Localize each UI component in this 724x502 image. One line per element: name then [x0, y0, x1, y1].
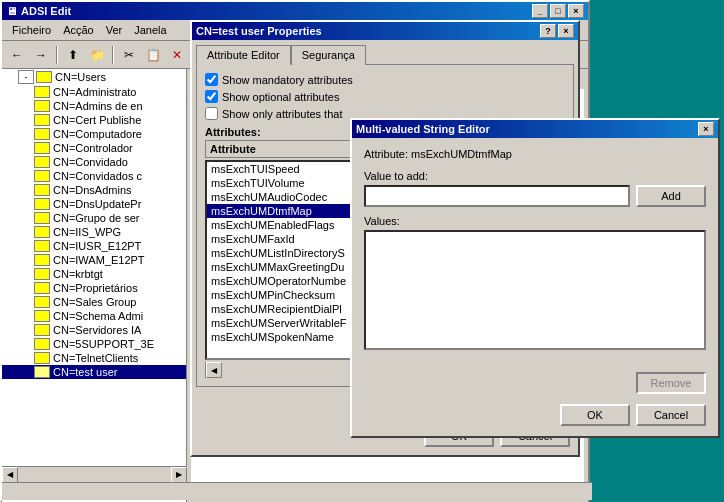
- toolbar-back-btn[interactable]: ←: [6, 44, 28, 66]
- tree-folder-3: [34, 128, 50, 140]
- tree-label-4: CN=Controlador: [53, 142, 133, 154]
- tree-item-15[interactable]: CN=Sales Group: [2, 295, 186, 309]
- tree-label-10: CN=IIS_WPG: [53, 226, 121, 238]
- tree-item-7[interactable]: CN=DnsAdmins: [2, 183, 186, 197]
- values-label: Values:: [364, 215, 706, 227]
- tree-item-11[interactable]: CN=IUSR_E12PT: [2, 239, 186, 253]
- value-row: Add: [364, 185, 706, 207]
- tree-label-17: CN=Servidores IA: [53, 324, 141, 336]
- tree-label-20: CN=test user: [53, 366, 118, 378]
- adsi-close-btn[interactable]: ×: [568, 4, 584, 18]
- toolbar-folder-btn[interactable]: 📁: [86, 44, 108, 66]
- adsi-win-controls: _ □ ×: [532, 4, 584, 18]
- tree-item-0[interactable]: CN=Administrato: [2, 85, 186, 99]
- tree-item-16[interactable]: CN=Schema Admi: [2, 309, 186, 323]
- checkbox-mandatory-label: Show mandatory attributes: [222, 74, 353, 86]
- menu-accao[interactable]: Acção: [57, 22, 100, 38]
- tree-item-9[interactable]: CN=Grupo de ser: [2, 211, 186, 225]
- multivalue-title: Multi-valued String Editor: [356, 123, 490, 135]
- checkbox-optional[interactable]: [205, 90, 218, 103]
- tree-item-6[interactable]: CN=Convidados c: [2, 169, 186, 183]
- tree-folder-19: [34, 352, 50, 364]
- values-listbox[interactable]: [364, 230, 706, 350]
- tree-folder-9: [34, 212, 50, 224]
- toolbar-forward-btn[interactable]: →: [30, 44, 52, 66]
- tree-label-7: CN=DnsAdmins: [53, 184, 132, 196]
- tree-item-20[interactable]: CN=test user: [2, 365, 186, 379]
- multivalue-ok-cancel: OK Cancel: [352, 404, 718, 436]
- add-button[interactable]: Add: [636, 185, 706, 207]
- properties-close-btn[interactable]: ×: [558, 24, 574, 38]
- tree-folder-10: [34, 226, 50, 238]
- tree-folder-root: [36, 71, 52, 83]
- multivalue-ok-btn[interactable]: OK: [560, 404, 630, 426]
- tree-label-8: CN=DnsUpdatePr: [53, 198, 141, 210]
- attrs-scroll-left[interactable]: ◀: [206, 362, 222, 378]
- tab-attribute-editor[interactable]: Attribute Editor: [196, 45, 291, 65]
- properties-win-controls: ? ×: [540, 24, 574, 38]
- multivalue-close-btn[interactable]: ×: [698, 122, 714, 136]
- value-input[interactable]: [364, 185, 630, 207]
- properties-titlebar: CN=test user Properties ? ×: [192, 22, 578, 40]
- remove-button[interactable]: Remove: [636, 372, 706, 394]
- tree-scroll-right[interactable]: ▶: [171, 467, 187, 483]
- tree-item-1[interactable]: CN=Admins de en: [2, 99, 186, 113]
- tree-folder-17: [34, 324, 50, 336]
- toolbar-sep-1: [56, 46, 58, 64]
- multivalue-dialog: Multi-valued String Editor × Attribute: …: [350, 118, 720, 438]
- checkbox-row-1: Show optional attributes: [205, 90, 565, 103]
- tree-label-18: CN=5SUPPORT_3E: [53, 338, 154, 350]
- tree-label-5: CN=Convidado: [53, 156, 128, 168]
- adsi-minimize-btn[interactable]: _: [532, 4, 548, 18]
- properties-help-btn[interactable]: ?: [540, 24, 556, 38]
- tree-item-14[interactable]: CN=Proprietários: [2, 281, 186, 295]
- tree-item-19[interactable]: CN=TelnetClients: [2, 351, 186, 365]
- checkbox-mandatory[interactable]: [205, 73, 218, 86]
- multivalue-body: Attribute: msExchUMDtmfMap Value to add:…: [352, 138, 718, 366]
- toolbar-up-btn[interactable]: ⬆: [62, 44, 84, 66]
- adsi-titlebar: 🖥 ADSI Edit _ □ ×: [2, 2, 588, 20]
- tree-folder-6: [34, 170, 50, 182]
- toolbar-copy-btn[interactable]: 📋: [142, 44, 164, 66]
- tree-folder-15: [34, 296, 50, 308]
- dialog-tabs: Attribute Editor Segurança: [192, 40, 578, 64]
- tree-item-13[interactable]: CN=krbtgt: [2, 267, 186, 281]
- tree-item-5[interactable]: CN=Convidado: [2, 155, 186, 169]
- tree-folder-18: [34, 338, 50, 350]
- tree-item-10[interactable]: CN=IIS_WPG: [2, 225, 186, 239]
- tree-item-18[interactable]: CN=5SUPPORT_3E: [2, 337, 186, 351]
- tree-item-4[interactable]: CN=Controlador: [2, 141, 186, 155]
- menu-ficheiro[interactable]: Ficheiro: [6, 22, 57, 38]
- toolbar-cut-btn[interactable]: ✂: [118, 44, 140, 66]
- adsi-title-icon: 🖥: [6, 5, 17, 17]
- adsi-maximize-btn[interactable]: □: [550, 4, 566, 18]
- checkbox-optional-label: Show optional attributes: [222, 91, 339, 103]
- tree-item-3[interactable]: CN=Computadore: [2, 127, 186, 141]
- toolbar-sep-2: [112, 46, 114, 64]
- statusbar: [2, 482, 592, 500]
- attr-info: Attribute: msExchUMDtmfMap: [364, 148, 706, 160]
- tree-folder-14: [34, 282, 50, 294]
- tree-item-12[interactable]: CN=IWAM_E12PT: [2, 253, 186, 267]
- tree-label-15: CN=Sales Group: [53, 296, 136, 308]
- tree-scroll-left[interactable]: ◀: [2, 467, 18, 483]
- checkbox-only[interactable]: [205, 107, 218, 120]
- tree-item-root[interactable]: - CN=Users: [2, 69, 186, 85]
- tab-seguranca[interactable]: Segurança: [291, 45, 366, 65]
- checkbox-row-0: Show mandatory attributes: [205, 73, 565, 86]
- tree-folder-11: [34, 240, 50, 252]
- tree-panel: - CN=Users CN=Administrato CN=Admins de …: [2, 69, 187, 502]
- toolbar-delete-btn[interactable]: ✕: [166, 44, 188, 66]
- menu-janela[interactable]: Janela: [128, 22, 172, 38]
- tree-item-8[interactable]: CN=DnsUpdatePr: [2, 197, 186, 211]
- menu-ver[interactable]: Ver: [100, 22, 129, 38]
- tree-folder-1: [34, 100, 50, 112]
- tree-expand-root[interactable]: -: [18, 70, 34, 84]
- value-to-add-label: Value to add:: [364, 170, 706, 182]
- tree-label-12: CN=IWAM_E12PT: [53, 254, 145, 266]
- tree-item-2[interactable]: CN=Cert Publishe: [2, 113, 186, 127]
- multivalue-cancel-btn[interactable]: Cancel: [636, 404, 706, 426]
- tree-hscroll: ◀ ▶: [2, 466, 187, 482]
- tree-item-17[interactable]: CN=Servidores IA: [2, 323, 186, 337]
- tree-label-16: CN=Schema Admi: [53, 310, 143, 322]
